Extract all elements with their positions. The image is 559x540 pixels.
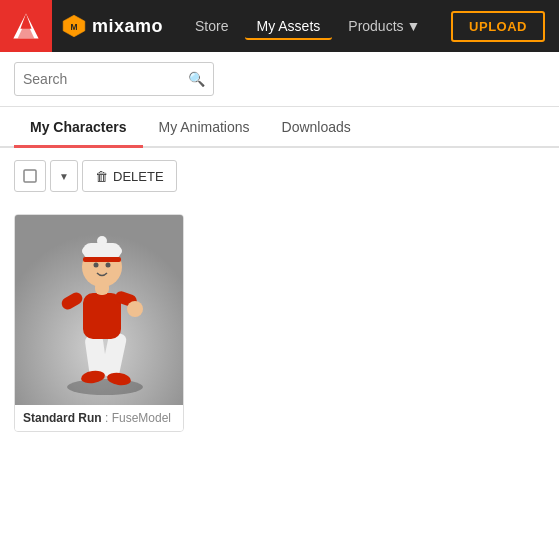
svg-point-15 (127, 301, 143, 317)
mixamo-brand-text: mixamo (92, 16, 163, 37)
search-input[interactable] (23, 71, 188, 87)
trash-icon: 🗑 (95, 169, 108, 184)
adobe-logo[interactable] (0, 0, 52, 52)
mixamo-logo-icon: M (62, 14, 86, 38)
asset-grid: Standard Run : FuseModel (14, 214, 545, 432)
checkbox-icon (23, 169, 37, 183)
svg-point-22 (94, 263, 99, 268)
navbar: M mixamo Store My Assets Products ▼ UPLO… (0, 0, 559, 52)
adobe-icon (12, 12, 40, 40)
tab-my-animations[interactable]: My Animations (143, 107, 266, 148)
select-all-checkbox[interactable] (14, 160, 46, 192)
asset-card[interactable]: Standard Run : FuseModel (14, 214, 184, 432)
nav-my-assets[interactable]: My Assets (245, 12, 333, 40)
chevron-down-icon: ▼ (59, 171, 69, 182)
chevron-down-icon: ▼ (407, 18, 421, 34)
search-bar-container: 🔍 (0, 52, 559, 107)
character-preview (15, 215, 184, 405)
nav-links: Store My Assets Products ▼ (183, 12, 432, 40)
nav-store[interactable]: Store (183, 12, 240, 40)
search-bar: 🔍 (14, 62, 214, 96)
svg-text:M: M (71, 22, 78, 32)
toolbar: ▼ 🗑 DELETE (0, 148, 559, 204)
asset-card-image (15, 215, 184, 405)
svg-rect-21 (83, 257, 121, 262)
svg-rect-12 (83, 293, 121, 339)
svg-rect-5 (24, 170, 36, 182)
select-dropdown-arrow[interactable]: ▼ (50, 160, 78, 192)
svg-point-20 (97, 236, 107, 246)
asset-card-label: Standard Run : FuseModel (15, 405, 183, 431)
content-area: Standard Run : FuseModel (0, 204, 559, 442)
svg-point-7 (67, 379, 143, 395)
delete-button[interactable]: 🗑 DELETE (82, 160, 177, 192)
tab-my-characters[interactable]: My Characters (14, 107, 143, 148)
upload-button[interactable]: UPLOAD (451, 11, 545, 42)
mixamo-brand-link[interactable]: M mixamo (62, 14, 163, 38)
tab-downloads[interactable]: Downloads (266, 107, 367, 148)
tabs-bar: My Characters My Animations Downloads (0, 107, 559, 148)
svg-point-23 (106, 263, 111, 268)
search-icon: 🔍 (188, 71, 205, 87)
nav-products[interactable]: Products ▼ (336, 12, 432, 40)
